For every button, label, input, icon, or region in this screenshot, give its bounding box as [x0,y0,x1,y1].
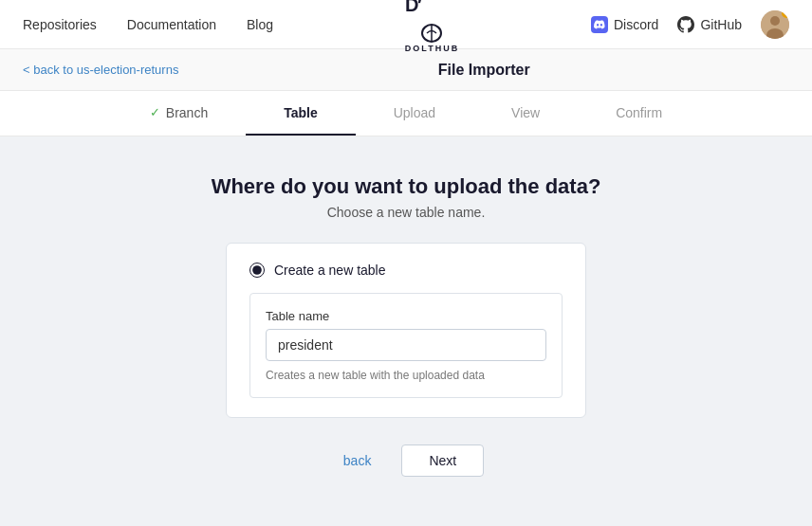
avatar-badge: 1 [782,10,789,18]
step-confirm-label: Confirm [616,105,662,120]
discord-icon [591,16,608,33]
create-table-radio[interactable] [249,263,265,278]
step-branch-label: Branch [166,105,208,120]
main-content: Where do you want to upload the data? Ch… [0,136,812,526]
back-to-repo-link[interactable]: < back to us-election-returns [23,63,178,77]
sub-nav: < back to us-election-returns File Impor… [0,49,812,91]
steps-bar: ✓ Branch Table Upload View Confirm [0,91,812,136]
nav-repositories[interactable]: Repositories [23,17,97,32]
footer-buttons: back Next [328,444,484,477]
main-question: Where do you want to upload the data? [212,174,601,199]
logo-text: DOLTHUB [405,44,459,53]
github-link[interactable]: GitHub [677,16,742,33]
step-upload[interactable]: Upload [356,91,473,136]
step-upload-label: Upload [394,105,435,120]
step-table-label: Table [284,105,318,120]
create-table-label: Create a new table [274,263,386,278]
discord-link[interactable]: Discord [591,16,658,33]
nav-right: Discord GitHub 1 [591,10,789,39]
dolthub-logo[interactable]: D ′ DOLTHUB [405,0,459,53]
next-button[interactable]: Next [401,444,484,477]
table-name-input[interactable] [266,329,546,361]
avatar[interactable]: 1 [761,10,789,39]
github-label: GitHub [700,17,742,32]
nav-documentation[interactable]: Documentation [127,17,216,32]
back-button[interactable]: back [328,445,387,476]
nav-blog[interactable]: Blog [247,17,273,32]
step-view[interactable]: View [473,91,578,136]
nav-left: Repositories Documentation Blog [23,17,273,32]
svg-point-4 [770,16,780,26]
table-name-card: Table name Creates a new table with the … [249,293,563,398]
upload-options-card: Create a new table Table name Creates a … [226,243,586,418]
discord-label: Discord [614,17,658,32]
github-icon [677,16,694,33]
step-view-label: View [511,105,540,120]
main-subtitle: Choose a new table name. [327,205,486,220]
field-hint: Creates a new table with the uploaded da… [266,369,546,382]
svg-text:′: ′ [416,0,422,15]
step-table[interactable]: Table [246,91,356,136]
step-branch[interactable]: ✓ Branch [112,91,246,136]
check-icon: ✓ [150,105,160,119]
top-nav: Repositories Documentation Blog D ′ DOLT… [0,0,812,49]
create-table-option[interactable]: Create a new table [249,263,563,278]
step-confirm[interactable]: Confirm [578,91,700,136]
page-title: File Importer [178,62,789,79]
table-name-field-label: Table name [266,309,546,323]
